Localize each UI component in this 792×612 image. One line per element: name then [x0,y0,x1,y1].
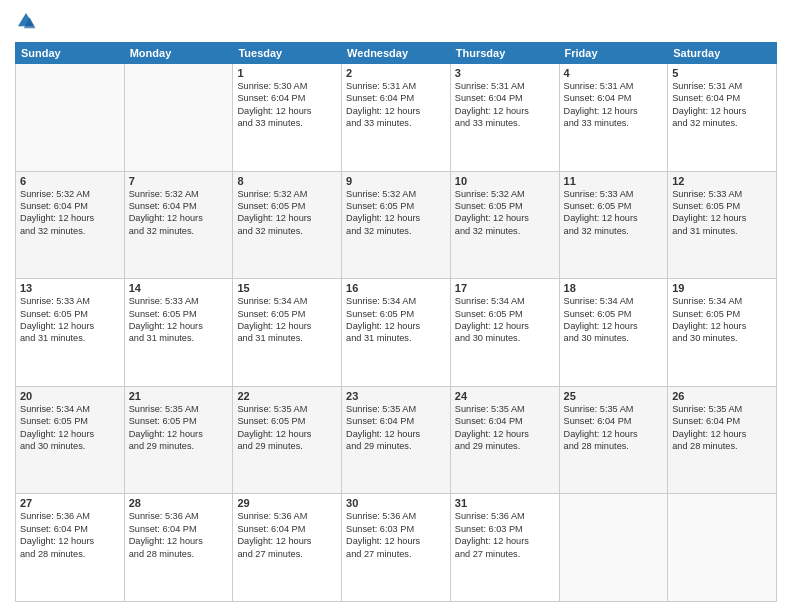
day-number: 19 [672,282,772,294]
calendar-cell: 21Sunrise: 5:35 AM Sunset: 6:05 PM Dayli… [124,386,233,494]
day-number: 16 [346,282,446,294]
day-info: Sunrise: 5:32 AM Sunset: 6:05 PM Dayligh… [237,188,337,238]
page: SundayMondayTuesdayWednesdayThursdayFrid… [0,0,792,612]
day-number: 7 [129,175,229,187]
calendar-cell: 3Sunrise: 5:31 AM Sunset: 6:04 PM Daylig… [450,64,559,172]
calendar-cell: 28Sunrise: 5:36 AM Sunset: 6:04 PM Dayli… [124,494,233,602]
calendar-cell [668,494,777,602]
day-info: Sunrise: 5:35 AM Sunset: 6:05 PM Dayligh… [129,403,229,453]
calendar-cell: 8Sunrise: 5:32 AM Sunset: 6:05 PM Daylig… [233,171,342,279]
calendar-week-3: 20Sunrise: 5:34 AM Sunset: 6:05 PM Dayli… [16,386,777,494]
day-number: 6 [20,175,120,187]
weekday-header-tuesday: Tuesday [233,43,342,64]
day-info: Sunrise: 5:31 AM Sunset: 6:04 PM Dayligh… [455,80,555,130]
day-number: 30 [346,497,446,509]
calendar-cell: 6Sunrise: 5:32 AM Sunset: 6:04 PM Daylig… [16,171,125,279]
day-number: 26 [672,390,772,402]
calendar-cell: 13Sunrise: 5:33 AM Sunset: 6:05 PM Dayli… [16,279,125,387]
weekday-header-saturday: Saturday [668,43,777,64]
calendar-cell [559,494,668,602]
day-info: Sunrise: 5:32 AM Sunset: 6:05 PM Dayligh… [346,188,446,238]
logo [15,10,39,32]
calendar-cell: 17Sunrise: 5:34 AM Sunset: 6:05 PM Dayli… [450,279,559,387]
day-info: Sunrise: 5:32 AM Sunset: 6:05 PM Dayligh… [455,188,555,238]
calendar-week-1: 6Sunrise: 5:32 AM Sunset: 6:04 PM Daylig… [16,171,777,279]
day-number: 21 [129,390,229,402]
calendar-cell: 19Sunrise: 5:34 AM Sunset: 6:05 PM Dayli… [668,279,777,387]
day-info: Sunrise: 5:35 AM Sunset: 6:04 PM Dayligh… [672,403,772,453]
calendar-cell: 14Sunrise: 5:33 AM Sunset: 6:05 PM Dayli… [124,279,233,387]
calendar: SundayMondayTuesdayWednesdayThursdayFrid… [15,42,777,602]
day-number: 10 [455,175,555,187]
calendar-cell: 10Sunrise: 5:32 AM Sunset: 6:05 PM Dayli… [450,171,559,279]
day-info: Sunrise: 5:34 AM Sunset: 6:05 PM Dayligh… [455,295,555,345]
day-number: 25 [564,390,664,402]
day-number: 31 [455,497,555,509]
calendar-week-4: 27Sunrise: 5:36 AM Sunset: 6:04 PM Dayli… [16,494,777,602]
calendar-cell: 25Sunrise: 5:35 AM Sunset: 6:04 PM Dayli… [559,386,668,494]
calendar-cell: 29Sunrise: 5:36 AM Sunset: 6:04 PM Dayli… [233,494,342,602]
day-number: 29 [237,497,337,509]
calendar-cell: 20Sunrise: 5:34 AM Sunset: 6:05 PM Dayli… [16,386,125,494]
calendar-cell: 2Sunrise: 5:31 AM Sunset: 6:04 PM Daylig… [342,64,451,172]
calendar-week-0: 1Sunrise: 5:30 AM Sunset: 6:04 PM Daylig… [16,64,777,172]
day-info: Sunrise: 5:31 AM Sunset: 6:04 PM Dayligh… [672,80,772,130]
calendar-cell: 24Sunrise: 5:35 AM Sunset: 6:04 PM Dayli… [450,386,559,494]
day-number: 8 [237,175,337,187]
weekday-header-friday: Friday [559,43,668,64]
day-info: Sunrise: 5:34 AM Sunset: 6:05 PM Dayligh… [20,403,120,453]
day-info: Sunrise: 5:36 AM Sunset: 6:04 PM Dayligh… [129,510,229,560]
calendar-week-2: 13Sunrise: 5:33 AM Sunset: 6:05 PM Dayli… [16,279,777,387]
day-number: 17 [455,282,555,294]
calendar-cell: 5Sunrise: 5:31 AM Sunset: 6:04 PM Daylig… [668,64,777,172]
day-info: Sunrise: 5:31 AM Sunset: 6:04 PM Dayligh… [346,80,446,130]
day-info: Sunrise: 5:33 AM Sunset: 6:05 PM Dayligh… [564,188,664,238]
weekday-header-thursday: Thursday [450,43,559,64]
day-info: Sunrise: 5:30 AM Sunset: 6:04 PM Dayligh… [237,80,337,130]
calendar-cell: 30Sunrise: 5:36 AM Sunset: 6:03 PM Dayli… [342,494,451,602]
calendar-cell: 7Sunrise: 5:32 AM Sunset: 6:04 PM Daylig… [124,171,233,279]
calendar-cell: 9Sunrise: 5:32 AM Sunset: 6:05 PM Daylig… [342,171,451,279]
day-number: 11 [564,175,664,187]
calendar-cell: 27Sunrise: 5:36 AM Sunset: 6:04 PM Dayli… [16,494,125,602]
day-info: Sunrise: 5:32 AM Sunset: 6:04 PM Dayligh… [20,188,120,238]
calendar-cell: 23Sunrise: 5:35 AM Sunset: 6:04 PM Dayli… [342,386,451,494]
day-number: 5 [672,67,772,79]
day-number: 1 [237,67,337,79]
calendar-cell: 11Sunrise: 5:33 AM Sunset: 6:05 PM Dayli… [559,171,668,279]
weekday-header-monday: Monday [124,43,233,64]
day-info: Sunrise: 5:33 AM Sunset: 6:05 PM Dayligh… [20,295,120,345]
day-number: 12 [672,175,772,187]
day-info: Sunrise: 5:34 AM Sunset: 6:05 PM Dayligh… [564,295,664,345]
calendar-cell: 31Sunrise: 5:36 AM Sunset: 6:03 PM Dayli… [450,494,559,602]
day-number: 20 [20,390,120,402]
calendar-cell: 1Sunrise: 5:30 AM Sunset: 6:04 PM Daylig… [233,64,342,172]
day-info: Sunrise: 5:36 AM Sunset: 6:04 PM Dayligh… [20,510,120,560]
day-info: Sunrise: 5:31 AM Sunset: 6:04 PM Dayligh… [564,80,664,130]
day-number: 27 [20,497,120,509]
day-info: Sunrise: 5:34 AM Sunset: 6:05 PM Dayligh… [346,295,446,345]
day-number: 22 [237,390,337,402]
day-number: 13 [20,282,120,294]
calendar-cell: 12Sunrise: 5:33 AM Sunset: 6:05 PM Dayli… [668,171,777,279]
day-number: 9 [346,175,446,187]
day-number: 24 [455,390,555,402]
calendar-cell: 4Sunrise: 5:31 AM Sunset: 6:04 PM Daylig… [559,64,668,172]
header-row [15,10,777,32]
day-info: Sunrise: 5:35 AM Sunset: 6:05 PM Dayligh… [237,403,337,453]
day-info: Sunrise: 5:35 AM Sunset: 6:04 PM Dayligh… [455,403,555,453]
day-info: Sunrise: 5:36 AM Sunset: 6:03 PM Dayligh… [346,510,446,560]
day-number: 28 [129,497,229,509]
day-number: 4 [564,67,664,79]
day-info: Sunrise: 5:36 AM Sunset: 6:03 PM Dayligh… [455,510,555,560]
day-number: 3 [455,67,555,79]
calendar-cell: 16Sunrise: 5:34 AM Sunset: 6:05 PM Dayli… [342,279,451,387]
day-number: 2 [346,67,446,79]
calendar-cell: 18Sunrise: 5:34 AM Sunset: 6:05 PM Dayli… [559,279,668,387]
calendar-cell: 15Sunrise: 5:34 AM Sunset: 6:05 PM Dayli… [233,279,342,387]
calendar-cell: 22Sunrise: 5:35 AM Sunset: 6:05 PM Dayli… [233,386,342,494]
day-number: 14 [129,282,229,294]
calendar-header: SundayMondayTuesdayWednesdayThursdayFrid… [16,43,777,64]
weekday-header-wednesday: Wednesday [342,43,451,64]
day-number: 15 [237,282,337,294]
